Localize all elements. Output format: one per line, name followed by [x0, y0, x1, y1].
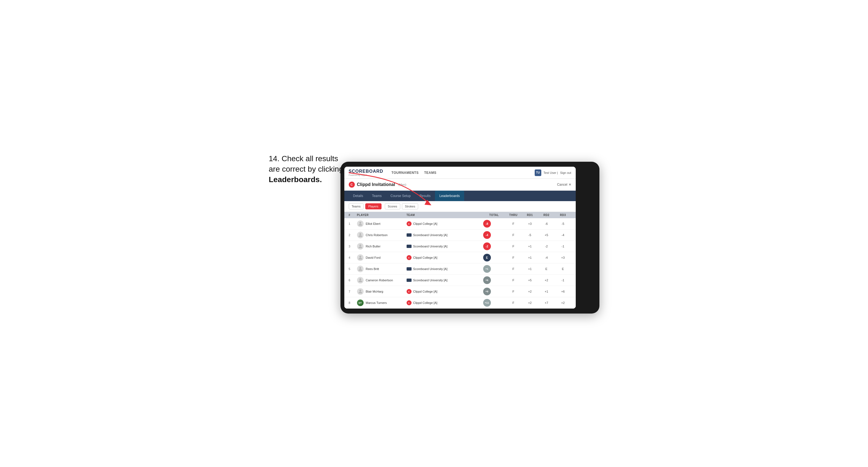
tournament-type: (Men) — [398, 183, 406, 186]
page-wrapper: 14. Check all results are correct by cli… — [269, 153, 599, 314]
team-name-8: Clippd College [A] — [413, 301, 437, 305]
rd2-5: E — [538, 267, 555, 271]
tab-details[interactable]: Details — [349, 191, 368, 201]
col-rd1: RD1 — [522, 214, 538, 217]
rd3-3: -1 — [555, 245, 571, 248]
rd1-4: +1 — [522, 256, 538, 259]
svg-point-4 — [359, 256, 361, 258]
rank-8: 8 — [349, 301, 357, 305]
col-rd2: RD2 — [538, 214, 555, 217]
table-row: 1 Elliot Ebert C Clippd College [A] -8 — [344, 218, 576, 229]
team-cell-5: Scoreboard University [A] — [407, 267, 483, 271]
team-cell-3: Scoreboard University [A] — [407, 245, 483, 248]
table-row: 2 Chris Robertson Scoreboard University … — [344, 229, 576, 241]
nav-tournaments[interactable]: TOURNAMENTS — [392, 170, 419, 176]
score-total-7: +9 — [483, 288, 505, 295]
rd3-7: +6 — [555, 290, 571, 293]
svg-point-3 — [359, 244, 361, 246]
player-cell-4: David Ford — [357, 254, 407, 261]
score-total-4: E — [483, 254, 505, 261]
table-row: 5 Rees Britt Scoreboard University [A] +… — [344, 263, 576, 275]
thru-3: F — [505, 245, 522, 248]
rank-6: 6 — [349, 279, 357, 282]
tab-teams[interactable]: Teams — [368, 191, 386, 201]
rd1-3: +1 — [522, 245, 538, 248]
logo-area: SCOREBOARD Powered by clippd — [349, 169, 383, 176]
player-cell-6: Cameron Robertson — [357, 277, 407, 283]
logo-sub: Powered by clippd — [349, 174, 383, 176]
avatar-2 — [357, 232, 364, 238]
filter-teams[interactable]: Teams — [349, 203, 364, 209]
rd2-4: -4 — [538, 256, 555, 259]
team-logo-8: C — [407, 300, 411, 305]
team-cell-6: Scoreboard University [A] — [407, 279, 483, 282]
score-total-2: -4 — [483, 231, 505, 239]
tournament-title-area: C Clippd Invitational (Men) — [349, 182, 406, 188]
tournament-header: C Clippd Invitational (Men) Cancel ✕ — [344, 179, 576, 191]
filter-players[interactable]: Players — [365, 203, 381, 209]
instruction-line2: are correct by clicking — [269, 165, 343, 173]
svg-point-2 — [359, 233, 361, 235]
rd3-1: -5 — [555, 222, 571, 225]
nav-links: TOURNAMENTS TEAMS — [392, 170, 529, 176]
team-logo-4: C — [407, 255, 411, 260]
rd3-2: -4 — [555, 234, 571, 237]
rd2-1: -6 — [538, 222, 555, 225]
tab-leaderboards[interactable]: Leaderboards — [435, 191, 464, 201]
score-badge-8: +11 — [483, 299, 491, 307]
cancel-button[interactable]: Cancel ✕ — [557, 183, 571, 187]
instruction-block: 14. Check all results are correct by cli… — [269, 153, 343, 185]
table-row: 8 MT Marcus Turners C Clippd College [A]… — [344, 297, 576, 309]
nav-right: TU Test User | Sign out — [535, 169, 571, 176]
score-badge-3: -2 — [483, 243, 491, 250]
tab-results[interactable]: Results — [415, 191, 435, 201]
player-cell-8: MT Marcus Turners — [357, 300, 407, 306]
player-cell-3: Rich Butler — [357, 243, 407, 250]
table-header: # PLAYER TEAM TOTAL THRU RD1 RD2 RD3 — [344, 212, 576, 218]
team-cell-8: C Clippd College [A] — [407, 300, 483, 305]
tab-course-setup[interactable]: Course Setup — [386, 191, 415, 201]
rd1-6: +5 — [522, 279, 538, 282]
thru-2: F — [505, 234, 522, 237]
score-badge-4: E — [483, 254, 491, 261]
score-badge-1: -8 — [483, 220, 491, 227]
rd2-2: +5 — [538, 234, 555, 237]
team-name-6: Scoreboard University [A] — [413, 279, 447, 282]
col-thru: THRU — [505, 214, 522, 217]
svg-point-1 — [359, 222, 361, 224]
player-cell-1: Elliot Ebert — [357, 220, 407, 227]
leaderboard-table: 1 Elliot Ebert C Clippd College [A] -8 — [344, 218, 576, 309]
table-row: 3 Rich Butler Scoreboard University [A] … — [344, 241, 576, 252]
thru-8: F — [505, 301, 522, 305]
tablet-screen: SCOREBOARD Powered by clippd TOURNAMENTS… — [344, 167, 576, 309]
svg-point-7 — [359, 289, 361, 291]
thru-5: F — [505, 267, 522, 271]
rd2-6: +2 — [538, 279, 555, 282]
logo-text: SCOREBOARD — [349, 169, 383, 174]
table-row: 6 Cameron Robertson Scoreboard Universit… — [344, 275, 576, 286]
player-name-7: Blair McHarg — [366, 290, 383, 293]
team-logo-5 — [407, 267, 411, 271]
tablet-frame: SCOREBOARD Powered by clippd TOURNAMENTS… — [340, 162, 599, 314]
rd2-3: -2 — [538, 245, 555, 248]
col-total: TOTAL — [483, 214, 505, 217]
rd2-7: +1 — [538, 290, 555, 293]
filter-scores[interactable]: Scores — [385, 203, 400, 209]
team-logo-7: C — [407, 289, 411, 294]
thru-7: F — [505, 290, 522, 293]
filter-strokes[interactable]: Strokes — [402, 203, 418, 209]
thru-6: F — [505, 279, 522, 282]
top-nav: SCOREBOARD Powered by clippd TOURNAMENTS… — [344, 167, 576, 179]
player-name-4: David Ford — [366, 256, 381, 259]
rd1-7: +2 — [522, 290, 538, 293]
score-total-6: +6 — [483, 276, 505, 284]
team-logo-3 — [407, 245, 411, 248]
nav-teams[interactable]: TEAMS — [424, 170, 437, 176]
rd3-5: E — [555, 267, 571, 271]
avatar-7 — [357, 288, 364, 295]
signout-link[interactable]: Sign out — [560, 171, 571, 175]
player-name-6: Cameron Robertson — [366, 279, 393, 282]
team-logo-2 — [407, 234, 411, 237]
col-player: PLAYER — [357, 214, 407, 217]
rd3-8: +2 — [555, 301, 571, 305]
